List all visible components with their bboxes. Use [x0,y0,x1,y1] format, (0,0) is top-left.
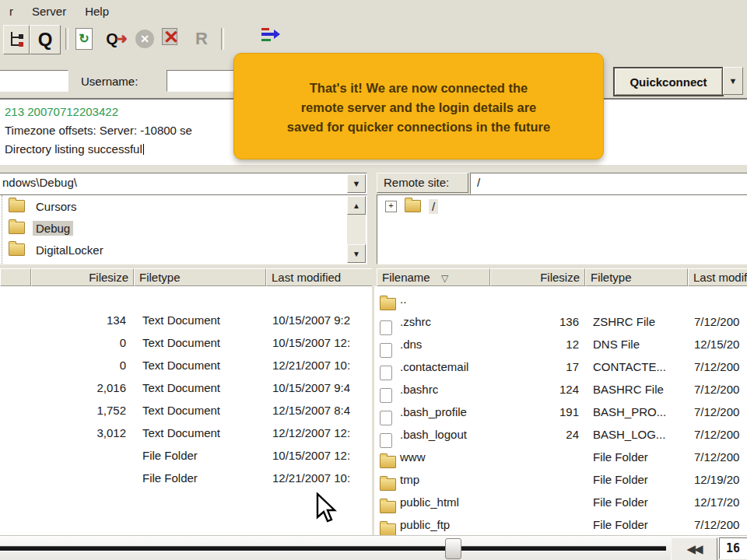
callout-line: That's it! We are now connected the [310,79,528,98]
cell-filesize: 1,752 [31,404,126,417]
local-file-row[interactable]: 134 Text Document 10/15/2007 9:2 [0,310,372,332]
host-input[interactable] [0,70,68,92]
cell-modified: 12/12/2007 12: [272,426,350,439]
menu-item[interactable]: Server [23,2,75,20]
remote-file-row[interactable]: www File Folder 7/12/200 [374,446,747,469]
cell-filename: .bash_profile [400,405,467,418]
remote-file-row[interactable]: .dns 12 DNS File 12/15/20 [374,334,747,356]
local-tree-item[interactable]: Debug [0,217,366,239]
local-path-combo[interactable]: ndows\Debug\ ▼ [0,173,367,194]
site-manager-button[interactable] [3,25,30,54]
tree-item-label: / [429,199,438,214]
expand-icon[interactable]: + [385,201,397,212]
column-header-filetype[interactable]: Filetype [134,268,266,286]
column-header-modified[interactable]: Last modified [266,268,372,286]
sort-descending-icon: ▽ [441,273,448,284]
cell-filetype: ZSHRC File [593,315,689,328]
tutorial-callout: That's it! We are now connected the remo… [233,53,604,159]
file-type-icon [380,501,396,513]
cell-modified: 12/21/2007 10: [272,471,350,485]
cell-filename: public_ftp [400,518,450,531]
cell-filesize: 3,012 [31,426,126,439]
local-file-row[interactable]: File Folder 12/21/2007 10: [0,467,372,490]
reconnect-button[interactable]: R [191,25,212,53]
column-header-filename[interactable] [0,268,31,286]
local-file-row[interactable]: 3,012 Text Document 12/12/2007 12: [0,422,372,445]
remote-file-row[interactable]: .bash_profile 191 BASH_PRO... 7/12/200 [374,401,747,424]
cell-filesize: 12 [489,338,579,351]
remote-path-combo[interactable]: / [470,173,747,194]
local-tree-scrollbar[interactable]: ▲ ▼ [347,196,366,263]
directory-compare-button[interactable] [260,25,282,45]
remote-file-row[interactable]: .bash_logout 24 BASH_LOG... 7/12/200 [374,424,747,446]
cell-filetype: CONTACTE... [593,360,689,373]
remote-file-row[interactable]: .bashrc 124 BASHRC File 7/12/200 [374,379,747,401]
local-file-row[interactable]: 0 Text Document 12/21/2007 10: [0,355,372,377]
rewind-button[interactable]: ◀◀ [671,537,717,560]
username-input[interactable] [167,70,237,92]
remote-file-row[interactable]: .zshrc 136 ZSHRC File 7/12/200 [374,311,747,334]
column-header-filename[interactable]: Filename ▽ [377,268,490,286]
remote-file-row[interactable]: .. [374,289,747,311]
file-type-icon [380,456,396,468]
cell-filetype: File Folder [142,449,198,462]
cell-modified: 12/21/2007 10: [272,359,350,372]
cell-filetype: Text Document [142,426,220,439]
cell-modified: 7/12/200 [694,428,739,441]
cell-modified: 12/17/20 [694,495,739,509]
frame-counter: 16 [719,537,747,559]
cell-filetype: BASH_PRO... [593,405,689,418]
cancel-icon: ✕ [135,30,154,48]
remote-tree-item[interactable]: + / [377,195,747,217]
tree-item-label: DigitalLocker [33,243,107,257]
local-tree-item[interactable]: Cursors [0,195,366,217]
remote-site-label: Remote site: [377,173,468,193]
column-header-filetype[interactable]: Filetype [585,268,688,286]
cell-modified: 7/12/200 [694,383,739,396]
folder-icon [9,200,25,212]
cell-filetype: Text Document [142,381,220,394]
cell-modified: 10/15/2007 12: [272,336,350,349]
cell-filename: public_html [400,495,459,509]
refresh-button[interactable]: ↻ [73,25,95,53]
toggle-queue-button[interactable]: Q [30,25,61,54]
file-panes: ndows\Debug\ ▼ Cursors Debug [0,165,747,535]
process-queue-button[interactable]: Q ➜ [101,25,132,53]
cell-filename: .bashrc [400,383,438,396]
remote-file-row[interactable]: public_ftp File Folder 7/12/200 [374,514,747,535]
local-file-row[interactable]: 1,752 Text Document 12/15/2007 8:4 [0,400,372,422]
remote-file-row[interactable]: public_html File Folder 12/17/20 [374,492,747,514]
cancel-button[interactable]: ✕ [134,25,156,53]
remote-file-row[interactable]: tmp File Folder 12/19/20 [374,469,747,492]
local-file-row[interactable]: File Folder 10/15/2007 12: [0,445,372,467]
cell-filename: .dns [400,338,422,351]
cell-filetype: File Folder [593,473,689,486]
local-tree-item[interactable]: DigitalLocker [0,239,366,261]
cell-filetype: BASHRC File [593,383,689,396]
cell-filename: .bash_logout [400,428,467,441]
column-header-filesize[interactable]: Filesize [490,268,585,286]
menu-item[interactable]: Help [75,2,118,20]
local-file-row[interactable]: 2,016 Text Document 10/15/2007 9:4 [0,377,372,400]
cell-modified: 10/15/2007 9:4 [272,381,350,394]
seek-track[interactable] [0,546,666,551]
toolbar-separator [221,28,224,50]
site-manager-icon [8,30,25,49]
scroll-up-icon[interactable]: ▲ [347,196,366,215]
menu-item[interactable]: r [0,2,23,20]
scroll-down-icon[interactable]: ▼ [347,244,366,263]
file-type-icon [380,523,396,535]
quickconnect-button[interactable]: Quickconnect [613,67,724,96]
remote-file-row[interactable]: .contactemail 17 CONTACTE... 7/12/200 [374,356,747,379]
column-header-modified[interactable]: Last modified [688,268,747,286]
disconnect-button[interactable]: ✕ [162,28,188,56]
cell-modified: 7/12/200 [694,450,739,464]
file-type-icon [380,478,396,491]
local-file-row[interactable]: 0 Text Document 10/15/2007 12: [0,332,372,355]
chevron-down-icon[interactable]: ▼ [347,174,366,193]
quickconnect-dropdown-button[interactable]: ▼ [723,67,743,95]
cell-modified: 12/19/20 [694,473,739,486]
seek-handle[interactable] [445,538,461,559]
column-header-filesize[interactable]: Filesize [31,268,134,286]
local-path-value: ndows\Debug\ [2,176,77,189]
